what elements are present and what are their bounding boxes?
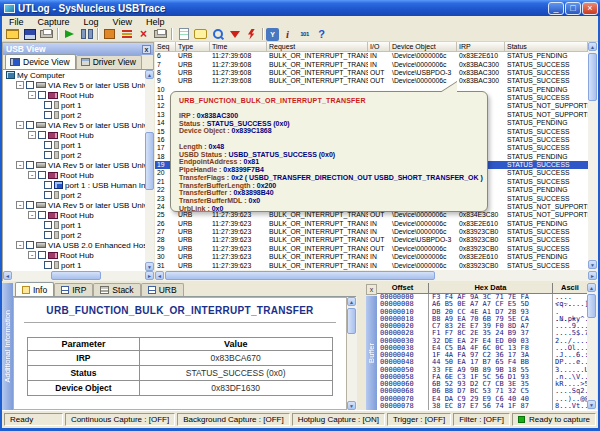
tree-item[interactable]: -Root Hub — [3, 170, 145, 180]
tree-checkbox[interactable] — [38, 211, 46, 219]
save-icon[interactable] — [21, 28, 38, 41]
tree-expand-icon[interactable]: - — [28, 91, 36, 99]
tree-expand-icon[interactable]: - — [28, 251, 36, 259]
scroll-thumb[interactable] — [145, 132, 154, 190]
scroll-up-icon[interactable]: ▲ — [588, 42, 597, 51]
tree-item[interactable]: My Computer — [3, 70, 145, 80]
tree-checkbox[interactable] — [38, 251, 46, 259]
tree-checkbox[interactable] — [26, 121, 34, 129]
tree-item[interactable]: port 1 — [3, 100, 145, 110]
tree-checkbox[interactable] — [44, 181, 52, 189]
log-row[interactable]: 7URB11:27:39:608BULK_OR_INTERRUPT_TRANSF… — [155, 60, 588, 68]
log-row[interactable]: 29URB11:27:39:623BULK_OR_INTERRUPT_TRANS… — [155, 245, 588, 253]
log-row[interactable]: 28URB11:27:39:623BULK_OR_INTERRUPT_TRANS… — [155, 236, 588, 244]
tree-expand-icon[interactable]: - — [28, 211, 36, 219]
column-header-seq[interactable]: Seq — [155, 42, 176, 51]
tab-irp[interactable]: IRP — [54, 283, 93, 296]
info-icon[interactable]: i — [279, 28, 296, 41]
tree-item[interactable]: -Root Hub — [3, 210, 145, 220]
tooltip-toggle-icon[interactable] — [192, 28, 209, 41]
column-header-io[interactable]: I/O — [368, 42, 390, 51]
buffer-close-button[interactable]: x — [366, 284, 377, 295]
tree-expand-icon[interactable]: - — [16, 241, 24, 249]
log-row[interactable]: 31URB11:27:39:623BULK_OR_INTERRUPT_TRANS… — [155, 261, 588, 269]
tree-item[interactable]: -VIA Rev 5 or later USB Universal Host C — [3, 80, 145, 90]
tree-checkbox[interactable] — [44, 111, 52, 119]
minimize-button[interactable]: _ — [548, 2, 564, 15]
log-row[interactable]: 8URB11:27:39:608BULK_OR_INTERRUPT_TRANSF… — [155, 69, 588, 77]
scroll-down-icon[interactable]: ▼ — [347, 401, 356, 410]
hex-row[interactable]: 0000007838 EC 87 E7 56 74 1F 878...Vt.. — [377, 403, 587, 410]
column-header-time[interactable]: Time — [210, 42, 267, 51]
tab-stack[interactable]: Stack — [93, 283, 140, 296]
scroll-right-icon[interactable]: ► — [588, 271, 597, 280]
tab-urb[interactable]: URB — [141, 283, 184, 296]
open-icon[interactable] — [4, 28, 21, 41]
column-header-type[interactable]: Type — [176, 42, 210, 51]
scroll-up-icon[interactable]: ▲ — [587, 283, 596, 292]
tree-item[interactable]: -VIA Rev 5 or later USB Universal Host C — [3, 200, 145, 210]
tree-item[interactable]: port 1 : USB Human Interface D — [3, 180, 145, 190]
tree-checkbox[interactable] — [44, 101, 52, 109]
scroll-down-icon[interactable]: ▼ — [588, 260, 597, 269]
usb-devices-icon[interactable]: Y — [266, 28, 279, 41]
log-format-icon[interactable] — [118, 28, 135, 41]
tree-item[interactable]: -VIA Rev 5 or later USB Universal Host C — [3, 160, 145, 170]
column-header-request[interactable]: Request — [267, 42, 368, 51]
tree-expand-icon[interactable]: - — [16, 161, 24, 169]
tree-item[interactable]: -Root Hub — [3, 90, 145, 100]
menu-view[interactable]: View — [106, 17, 139, 27]
log-row[interactable]: 6URB11:27:39:608BULK_OR_INTERRUPT_TRANSF… — [155, 52, 588, 60]
scroll-thumb[interactable] — [588, 53, 597, 101]
tree-item[interactable]: port 2 — [3, 110, 145, 120]
tree-checkbox[interactable] — [44, 221, 52, 229]
log-row[interactable]: 27URB11:27:39:623BULK_OR_INTERRUPT_TRANS… — [155, 228, 588, 236]
tree-item[interactable]: -VIA USB 2.0 Enhanced Host Controller — [3, 240, 145, 250]
help-icon[interactable]: ? — [313, 28, 330, 41]
log-row[interactable]: 30URB11:27:39:623BULK_OR_INTERRUPT_TRANS… — [155, 253, 588, 261]
tree-checkbox[interactable] — [38, 171, 46, 179]
tree-item[interactable]: port 1 — [3, 260, 145, 270]
scroll-down-icon[interactable]: ▼ — [587, 400, 596, 409]
find-icon[interactable] — [209, 28, 226, 41]
maximize-button[interactable]: □ — [565, 2, 581, 15]
view-options-icon[interactable] — [101, 28, 118, 41]
menu-file[interactable]: File — [2, 17, 31, 27]
log-row[interactable]: 9URB11:27:39:608BULK_OR_INTERRUPT_TRANSF… — [155, 77, 588, 85]
tree-checkbox[interactable] — [26, 81, 34, 89]
scroll-right-icon[interactable]: ► — [145, 271, 154, 280]
tree-expand-icon[interactable]: - — [16, 121, 24, 129]
menu-capture[interactable]: Capture — [31, 17, 77, 27]
tree-item[interactable]: port 1 — [3, 220, 145, 230]
tree-vertical-scrollbar[interactable]: ▲ ▼ — [145, 70, 154, 271]
scroll-up-icon[interactable]: ▲ — [145, 70, 154, 79]
tree-item[interactable]: port 2 — [3, 150, 145, 160]
detail-vertical-scrollbar[interactable]: ▲ ▼ — [347, 297, 357, 410]
notes-icon[interactable] — [175, 28, 192, 41]
column-header-status[interactable]: Status — [505, 42, 588, 51]
menu-log[interactable]: Log — [77, 17, 106, 27]
start-capture-icon[interactable] — [61, 28, 78, 41]
scroll-thumb[interactable] — [587, 294, 596, 318]
tree-expand-icon[interactable]: - — [28, 171, 36, 179]
trigger-icon[interactable] — [243, 28, 260, 41]
log-vertical-scrollbar[interactable]: ▲ ▼ — [588, 42, 598, 270]
print-icon[interactable] — [38, 28, 55, 41]
scroll-down-icon[interactable]: ▼ — [145, 262, 154, 271]
scroll-thumb[interactable] — [347, 308, 356, 334]
tree-checkbox[interactable] — [44, 231, 52, 239]
tree-item[interactable]: -Root Hub — [3, 250, 145, 260]
tree-checkbox[interactable] — [44, 151, 52, 159]
tree-checkbox[interactable] — [44, 141, 52, 149]
clear-icon[interactable]: × — [135, 28, 152, 41]
buffer-vertical-scrollbar[interactable]: ▲ ▼ — [587, 283, 597, 410]
raw-data-icon[interactable]: 101 — [296, 28, 313, 41]
scroll-thumb[interactable] — [51, 271, 101, 280]
tree-expand-icon[interactable]: - — [28, 131, 36, 139]
tree-checkbox[interactable] — [38, 91, 46, 99]
close-button[interactable]: × — [582, 2, 598, 15]
tab-info[interactable]: Info — [15, 282, 54, 296]
scroll-left-icon[interactable]: ◄ — [155, 271, 164, 280]
tab-driver-view[interactable]: Driver View — [76, 55, 142, 69]
tree-checkbox[interactable] — [26, 241, 34, 249]
